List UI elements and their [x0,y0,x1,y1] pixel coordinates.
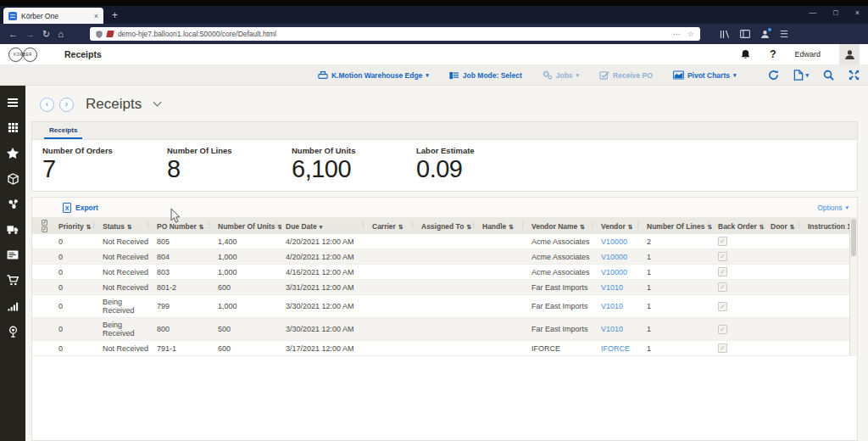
jobs-button[interactable]: Jobs▾ [542,70,579,80]
maximize-button[interactable]: □ [833,8,837,17]
notifications-bell-icon[interactable] [740,49,751,60]
column-header-door[interactable]: Door⇅⋮ [766,218,804,234]
cell-vendor-name: Far East Imports [527,280,597,295]
row-select-cell[interactable] [32,318,54,341]
favorites-star-icon[interactable] [7,147,19,159]
forward-button[interactable]: → [25,30,35,39]
cell-carrier [368,318,417,341]
stat-value: 6,100 [292,155,416,183]
column-header-vendor[interactable]: Vendor⇅⋮ [597,218,643,234]
cart-icon[interactable] [7,274,19,287]
help-button[interactable]: ? [770,48,776,60]
column-label: Status [103,222,125,231]
close-window-button[interactable]: × [855,8,860,17]
column-header-carrier[interactable]: Carrier⇅⋮ [368,218,417,234]
refresh-button[interactable] [768,70,779,81]
vendor-link[interactable]: V10000 [601,253,627,261]
apps-grid-icon[interactable] [7,121,19,134]
avatar[interactable] [839,44,860,64]
vendor-link[interactable]: V1010 [601,302,623,310]
row-select-cell[interactable] [32,265,54,280]
cell-assigned-to [417,318,478,341]
scrollbar-thumb[interactable] [851,219,856,256]
beacon-icon[interactable] [7,325,19,338]
app-menu-icon[interactable]: ☰ [780,30,788,39]
nav-back-button[interactable]: ‹ [40,98,54,112]
fullscreen-button[interactable] [849,70,860,81]
nav-forward-button[interactable]: › [59,98,74,112]
home-button[interactable]: ⌂ [58,30,64,39]
warehouse-edge-button[interactable]: K.Motion Warehouse Edge▾ [318,70,429,80]
stat-number-of-lines: Number Of Lines 8 [167,146,292,183]
minimize-button[interactable]: — [809,8,816,17]
receive-po-button[interactable]: Receive PO [599,70,653,80]
url-bar[interactable]: demo-hje7.balloon1.local:50000/core/Defa… [90,27,700,41]
vertical-scrollbar[interactable] [849,218,857,356]
job-mode-button[interactable]: Job Mode: Select [449,71,522,80]
profile-icon[interactable] [760,30,770,39]
browser-tab-bar: Körber One × + — □ × [0,6,868,24]
column-header-number-of-units[interactable]: Number Of Units⇅⋮ [214,218,281,234]
close-tab-icon[interactable]: × [94,12,98,20]
pivot-charts-button[interactable]: Pivot Charts▾ [673,70,737,80]
cell-vendor: V1010 [597,280,643,295]
column-header-number-of-lines[interactable]: Number Of Lines⇅⋮ [643,218,714,234]
bar-chart-icon[interactable] [7,299,19,312]
row-select-cell[interactable] [32,341,54,356]
table-row[interactable]: 0Not Received801-26003/31/2021 12:00 AMF… [32,280,857,295]
select-all-header[interactable]: ✓ ✓ [32,218,54,234]
cell-handle [478,318,527,341]
export-button[interactable]: Export [63,203,98,213]
vendor-link[interactable]: V10000 [601,268,627,276]
sidebar-toggle-icon[interactable] [740,30,750,38]
column-header-status[interactable]: Status⇅⋮ [98,218,153,234]
table-row[interactable]: 0Not Received791-16003/17/2021 12:00 AMI… [32,341,857,356]
new-tab-button[interactable]: + [112,9,118,21]
vendor-link[interactable]: IFORCE [601,344,630,353]
network-nodes-icon[interactable] [7,198,19,210]
row-select-cell[interactable] [32,249,54,265]
order-card-icon[interactable] [7,248,19,261]
column-header-due-date[interactable]: Due Date▾⋮ [281,218,368,234]
options-button[interactable]: Options▾ [817,204,849,212]
cell-door [766,318,804,341]
vendor-link[interactable]: V1010 [601,283,623,292]
column-header-assigned-to[interactable]: Assigned To⇅⋮ [417,218,478,234]
table-row[interactable]: 0Being Received8005003/30/2021 12:00 AMF… [32,318,857,341]
new-document-button[interactable]: ▾ [793,70,809,81]
table-row[interactable]: 0Not Received8041,0004/20/2021 12:00 AMA… [32,249,857,265]
column-label: Priority [58,222,84,231]
back-order-checkbox: ✓ [718,237,727,246]
table-row[interactable]: 0Not Received8051,4004/20/2021 12:00 AMA… [32,234,857,249]
table-row[interactable]: 0Not Received8031,0004/16/2021 12:00 AMA… [32,265,857,280]
cell-status: Not Received [98,249,153,265]
truck-icon[interactable] [7,223,19,236]
menu-icon[interactable] [7,96,19,109]
search-button[interactable] [823,70,834,81]
tab-receipts[interactable]: Receipts [44,126,82,139]
vendor-link[interactable]: V10000 [601,237,627,246]
row-select-cell[interactable] [32,280,54,295]
bookmark-star-icon[interactable]: ☆ [687,30,694,38]
select-all-checkbox-icon: ✓ [42,220,47,226]
row-select-cell[interactable] [32,234,54,249]
column-header-handle[interactable]: Handle⇅⋮ [478,218,527,234]
column-header-back-order[interactable]: Back Order⇅⋮ [714,218,766,234]
inventory-cube-icon[interactable] [7,172,19,185]
row-select-cell[interactable] [32,295,54,318]
column-header-po-number[interactable]: PO Number⇅⋮ [153,218,214,234]
cell-number-of-units: 500 [214,318,281,341]
reload-button[interactable]: ↻ [42,30,50,39]
page-title-dropdown-icon[interactable] [153,98,162,106]
column-header-vendor-name[interactable]: Vendor Name⇅⋮ [527,218,597,234]
page-actions-icon[interactable]: ⋯ [673,30,681,38]
back-button[interactable]: ← [8,30,18,39]
column-label: Number Of Units [218,222,275,231]
column-label: PO Number [157,222,197,231]
library-icon[interactable] [720,30,730,39]
chart-icon [673,70,684,80]
column-header-priority[interactable]: Priority⇅⋮ [54,218,98,234]
vendor-link[interactable]: V1010 [601,325,623,333]
table-row[interactable]: 0Being Received7991,0003/30/2021 12:00 A… [32,295,857,318]
browser-tab[interactable]: Körber One × [3,8,103,24]
